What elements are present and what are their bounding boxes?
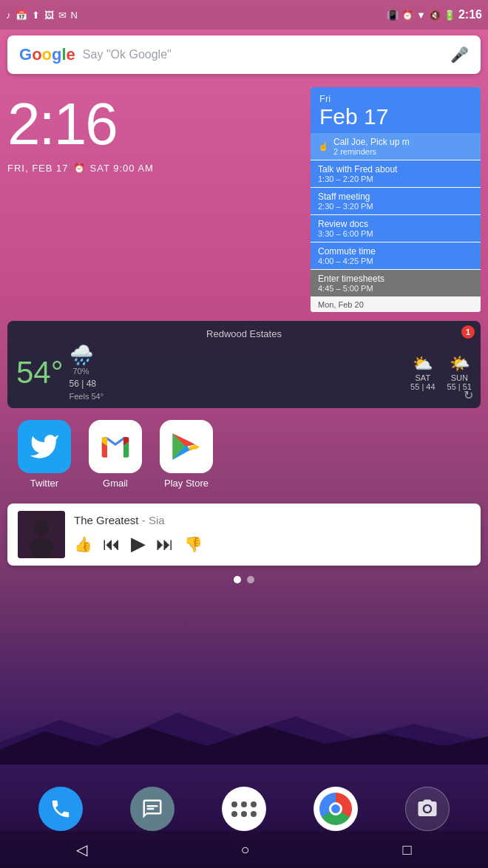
calendar-next-day: Mon, Feb 20 xyxy=(311,297,481,312)
google-logo: Google xyxy=(19,45,75,64)
clock-alarm-time: SAT 9:00 AM xyxy=(90,163,154,174)
calendar-event-5[interactable]: Enter timesheets 4:45 – 5:00 PM xyxy=(311,270,481,296)
next-button[interactable]: ⏭ xyxy=(156,534,174,555)
launcher-dot xyxy=(251,811,257,817)
mountain-bg xyxy=(0,705,488,764)
page-dot-2[interactable] xyxy=(247,576,254,583)
dock-phone[interactable] xyxy=(38,787,83,831)
weather-location: Redwood Estates xyxy=(16,328,472,339)
launcher-dot xyxy=(241,801,247,807)
nav-home-button[interactable]: ○ xyxy=(240,841,249,858)
reminder-title: Call Joe, Pick up m xyxy=(333,137,410,147)
launcher-dots-grid xyxy=(228,799,260,820)
weather-forecast: ⛅ SAT 55 | 44 🌤️ SUN 55 | 51 xyxy=(410,354,472,391)
weather-temp: 54° xyxy=(16,355,64,390)
music-separator: - xyxy=(139,514,149,526)
calendar-day: Fri xyxy=(319,93,472,104)
playstore-icon[interactable] xyxy=(160,420,213,473)
clock-time: 2:16 xyxy=(7,95,303,154)
reminder-icon: ☝️ xyxy=(318,141,329,152)
calendar-event-1[interactable]: Talk with Fred about 1:30 – 2:20 PM xyxy=(311,160,481,187)
chrome-ring xyxy=(319,793,352,825)
alarm-icon: ⏰ xyxy=(401,10,413,21)
calendar-icon: 📅 xyxy=(16,10,27,21)
nav-bar: ◁ ○ □ xyxy=(0,831,488,868)
dock-camera[interactable] xyxy=(405,787,450,831)
dock xyxy=(0,787,488,831)
main-content: 2:16 FRI, FEB 17 ⏰ SAT 9:00 AM Fri Feb 1… xyxy=(0,80,488,312)
status-icons-left: ♪ 📅 ⬆ 🖼 ✉ N xyxy=(6,10,78,21)
notification-icon: N xyxy=(71,10,78,21)
playstore-label: Play Store xyxy=(164,478,209,489)
weather-today-percent: 70% xyxy=(70,367,93,376)
music-title-line: The Greatest - Sia xyxy=(74,514,470,526)
status-time: 2:16 xyxy=(458,8,482,21)
status-bar: ♪ 📅 ⬆ 🖼 ✉ N 📳 ⏰ ▼ 🔇 🔋 2:16 xyxy=(0,0,488,30)
dock-messages[interactable] xyxy=(130,787,174,831)
page-dots xyxy=(0,569,488,591)
launcher-dot xyxy=(241,811,247,817)
calendar-widget[interactable]: Fri Feb 17 ☝️ Call Joe, Pick up m 2 remi… xyxy=(311,87,481,312)
weather-today-icon: 🌧️ xyxy=(70,344,93,367)
status-icons-right: 📳 ⏰ ▼ 🔇 🔋 2:16 xyxy=(387,8,482,21)
search-placeholder[interactable]: Say "Ok Google" xyxy=(83,48,450,61)
vibrate-icon: 📳 xyxy=(387,10,399,21)
play-button[interactable]: ▶ xyxy=(131,532,146,555)
weather-body: 54° 🌧️ 70% 56 | 48 Feels 54° ⛅ SAT 55 | … xyxy=(16,344,472,401)
music-art xyxy=(18,511,65,558)
music-controls: 👍 ⏮ ▶ ⏭ 👎 xyxy=(74,532,470,555)
forecast-sat: ⛅ SAT 55 | 44 xyxy=(410,354,435,391)
svg-rect-5 xyxy=(147,808,155,810)
thumb-down-button[interactable]: 👎 xyxy=(184,535,203,553)
thumb-up-button[interactable]: 👍 xyxy=(74,535,92,553)
gmail-label: Gmail xyxy=(103,478,128,489)
weather-widget[interactable]: Redwood Estates 54° 🌧️ 70% 56 | 48 Feels… xyxy=(7,321,481,408)
wifi-icon: ▼ xyxy=(416,10,426,21)
app-item-twitter[interactable]: Twitter xyxy=(18,420,71,489)
svg-rect-4 xyxy=(147,805,158,807)
nav-recent-button[interactable]: □ xyxy=(402,841,411,858)
mic-icon[interactable]: 🎤 xyxy=(450,46,469,64)
page-dot-1[interactable] xyxy=(234,576,241,583)
calendar-event-2[interactable]: Staff meeting 2:30 – 3:20 PM xyxy=(311,188,481,214)
svg-rect-3 xyxy=(18,511,65,558)
upload-icon: ⬆ xyxy=(32,10,40,21)
twitter-icon[interactable] xyxy=(18,420,71,473)
music-info: The Greatest - Sia 👍 ⏮ ▶ ⏭ 👎 xyxy=(74,514,470,555)
battery-icon: 🔋 xyxy=(444,10,455,21)
clock-section: 2:16 FRI, FEB 17 ⏰ SAT 9:00 AM xyxy=(7,87,303,312)
music-title: The Greatest xyxy=(74,514,139,526)
clock-date: FRI, FEB 17 ⏰ SAT 9:00 AM xyxy=(7,163,303,174)
app-item-gmail[interactable]: Gmail xyxy=(89,420,142,489)
clock-alarm-icon: ⏰ xyxy=(73,163,86,174)
forecast-sun-icon: 🌤️ xyxy=(447,354,472,373)
nav-back-button[interactable]: ◁ xyxy=(76,841,87,858)
twitter-label: Twitter xyxy=(30,478,58,489)
forecast-sun: 🌤️ SUN 55 | 51 xyxy=(447,354,472,391)
calendar-event-3[interactable]: Review docs 3:30 – 6:00 PM xyxy=(311,215,481,242)
calendar-event-4[interactable]: Commute time 4:00 – 4:25 PM xyxy=(311,243,481,269)
launcher-dot xyxy=(231,801,237,807)
prev-button[interactable]: ⏮ xyxy=(103,534,121,555)
dock-chrome[interactable] xyxy=(314,787,358,831)
weather-range: 56 | 48 xyxy=(70,379,104,389)
music-artist: Sia xyxy=(149,514,165,526)
weather-alert-badge[interactable]: 1 xyxy=(461,325,475,339)
search-bar[interactable]: Google Say "Ok Google" 🎤 xyxy=(7,35,481,74)
gmail-icon[interactable] xyxy=(89,420,142,473)
app-row: Twitter Gmail Play Store xyxy=(0,408,488,501)
dock-launcher[interactable] xyxy=(222,787,266,831)
weather-feels: Feels 54° xyxy=(70,392,104,401)
launcher-dot xyxy=(231,811,237,817)
app-item-playstore[interactable]: Play Store xyxy=(160,420,213,489)
calendar-reminder[interactable]: ☝️ Call Joe, Pick up m 2 reminders xyxy=(311,133,481,160)
music-player[interactable]: The Greatest - Sia 👍 ⏮ ▶ ⏭ 👎 xyxy=(7,503,481,566)
album-art xyxy=(18,511,65,558)
refresh-icon[interactable]: ↻ xyxy=(464,388,473,402)
image-icon: 🖼 xyxy=(44,10,54,21)
launcher-dot xyxy=(251,801,257,807)
clock-date-text: FRI, FEB 17 xyxy=(7,163,69,174)
calendar-header: Fri Feb 17 xyxy=(311,87,481,133)
reminder-subtitle: 2 reminders xyxy=(333,147,410,156)
inbox-icon: ✉ xyxy=(58,10,67,21)
